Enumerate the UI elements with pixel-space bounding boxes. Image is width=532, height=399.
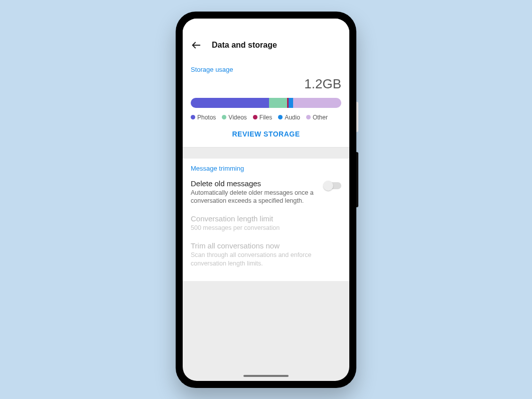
toggle-knob bbox=[323, 181, 333, 191]
storage-legend: PhotosVideosFilesAudioOther bbox=[183, 112, 349, 125]
section-gap bbox=[183, 148, 349, 159]
conversation-length-limit-title: Conversation length limit bbox=[191, 214, 341, 223]
review-storage-button[interactable]: REVIEW STORAGE bbox=[183, 125, 349, 140]
delete-old-messages-title: Delete old messages bbox=[191, 179, 318, 188]
message-trimming-card: Message trimming Delete old messages Aut… bbox=[183, 159, 349, 281]
storage-segment-audio bbox=[289, 98, 293, 108]
delete-old-messages-subtitle: Automatically delete older messages once… bbox=[191, 189, 318, 206]
legend-swatch-icon bbox=[222, 115, 226, 119]
app-bar: Data and storage bbox=[183, 34, 349, 60]
conversation-length-limit-subtitle: 500 messages per conversation bbox=[191, 224, 341, 232]
legend-item-other: Other bbox=[306, 114, 328, 121]
trim-all-now-title: Trim all conversations now bbox=[191, 241, 341, 250]
trim-all-now-subtitle: Scan through all conversations and enfor… bbox=[191, 251, 341, 268]
status-bar bbox=[183, 19, 349, 34]
nav-handle[interactable] bbox=[243, 375, 289, 377]
storage-segment-photos bbox=[191, 98, 269, 108]
legend-label: Photos bbox=[197, 114, 216, 121]
phone-frame: Data and storage Storage usage 1.2GB Pho… bbox=[176, 12, 356, 388]
legend-swatch-icon bbox=[253, 115, 257, 119]
storage-total: 1.2GB bbox=[183, 76, 349, 96]
legend-swatch-icon bbox=[278, 115, 283, 119]
phone-side-button-bottom bbox=[356, 152, 358, 207]
storage-segment-other bbox=[293, 98, 341, 108]
legend-label: Files bbox=[259, 114, 272, 121]
storage-usage-card: Storage usage 1.2GB PhotosVideosFilesAud… bbox=[183, 60, 349, 148]
legend-label: Other bbox=[313, 114, 328, 121]
back-arrow-icon[interactable] bbox=[191, 40, 202, 51]
legend-item-files: Files bbox=[253, 114, 272, 121]
legend-item-videos: Videos bbox=[222, 114, 246, 121]
delete-old-messages-toggle[interactable] bbox=[324, 182, 341, 189]
page-title: Data and storage bbox=[212, 41, 277, 50]
legend-item-photos: Photos bbox=[191, 114, 216, 121]
legend-swatch-icon bbox=[191, 115, 195, 119]
trimming-section-header: Message trimming bbox=[183, 159, 349, 175]
storage-segment-videos bbox=[269, 98, 287, 108]
legend-swatch-icon bbox=[306, 115, 311, 119]
delete-old-messages-row[interactable]: Delete old messages Automatically delete… bbox=[183, 175, 349, 211]
phone-side-button-top bbox=[356, 102, 358, 132]
trim-all-now-row: Trim all conversations now Scan through … bbox=[183, 237, 349, 273]
legend-item-audio: Audio bbox=[278, 114, 300, 121]
storage-bar bbox=[191, 98, 341, 108]
legend-label: Videos bbox=[228, 114, 246, 121]
conversation-length-limit-row: Conversation length limit 500 messages p… bbox=[183, 210, 349, 237]
storage-section-header: Storage usage bbox=[183, 60, 349, 76]
legend-label: Audio bbox=[285, 114, 300, 121]
screen: Data and storage Storage usage 1.2GB Pho… bbox=[183, 19, 349, 381]
